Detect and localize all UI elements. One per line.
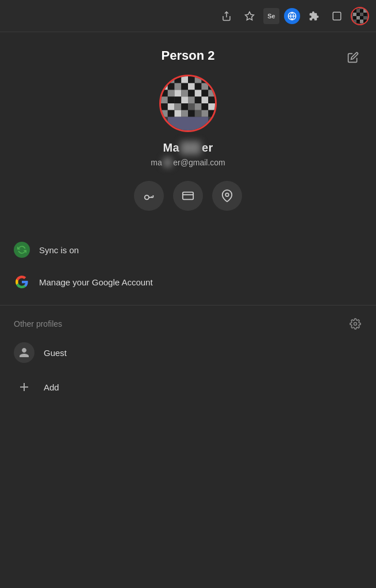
addresses-button[interactable] bbox=[212, 181, 242, 211]
tab-search-icon[interactable] bbox=[328, 7, 346, 25]
svg-rect-58 bbox=[195, 103, 202, 110]
svg-point-70 bbox=[145, 195, 149, 199]
svg-rect-69 bbox=[168, 117, 209, 131]
svg-rect-28 bbox=[208, 76, 215, 83]
svg-rect-8 bbox=[363, 9, 367, 13]
add-profile-icon bbox=[14, 377, 34, 397]
profiles-settings-icon[interactable] bbox=[348, 317, 362, 331]
svg-rect-20 bbox=[363, 20, 367, 23]
add-profile-label: Add bbox=[44, 382, 59, 392]
profile-avatar[interactable] bbox=[159, 75, 217, 132]
svg-rect-31 bbox=[175, 83, 182, 90]
user-email: ma er@gmail.com bbox=[151, 158, 225, 167]
svg-rect-14 bbox=[356, 16, 360, 20]
svg-rect-4 bbox=[333, 12, 341, 20]
svg-rect-21 bbox=[161, 76, 168, 83]
svg-rect-18 bbox=[356, 20, 360, 23]
svg-rect-23 bbox=[175, 76, 182, 83]
svg-rect-60 bbox=[208, 103, 215, 110]
svg-rect-17 bbox=[353, 20, 356, 23]
section-divider bbox=[0, 305, 376, 305]
svg-point-76 bbox=[225, 193, 229, 196]
menu-section: Sync is on Manage your Google Account bbox=[0, 229, 376, 303]
svg-rect-16 bbox=[363, 16, 367, 20]
svg-rect-61 bbox=[161, 110, 168, 117]
svg-rect-38 bbox=[168, 90, 175, 97]
svg-rect-13 bbox=[353, 16, 356, 20]
svg-rect-47 bbox=[175, 96, 182, 103]
guest-profile-label: Guest bbox=[44, 348, 67, 358]
svg-rect-12 bbox=[363, 13, 367, 16]
guest-profile-icon bbox=[14, 342, 34, 363]
svg-rect-9 bbox=[353, 13, 356, 16]
svg-rect-57 bbox=[188, 103, 195, 110]
svg-rect-29 bbox=[161, 83, 168, 90]
guest-profile-item[interactable]: Guest bbox=[0, 335, 376, 370]
svg-rect-68 bbox=[208, 110, 215, 117]
svg-rect-6 bbox=[356, 9, 360, 13]
other-profiles-label: Other profiles bbox=[14, 319, 62, 328]
svg-rect-37 bbox=[161, 90, 168, 97]
add-profile-item[interactable]: Add bbox=[0, 370, 376, 404]
svg-rect-39 bbox=[175, 90, 182, 97]
svg-rect-10 bbox=[356, 13, 360, 16]
svg-rect-52 bbox=[208, 96, 215, 103]
extensions-icon[interactable] bbox=[305, 7, 323, 25]
manage-account-label: Manage your Google Account bbox=[39, 277, 153, 287]
svg-rect-46 bbox=[168, 96, 175, 103]
svg-point-77 bbox=[354, 323, 357, 326]
svg-rect-15 bbox=[360, 16, 363, 20]
google-icon bbox=[14, 274, 30, 290]
svg-rect-53 bbox=[161, 103, 168, 110]
svg-rect-24 bbox=[181, 76, 188, 83]
star-icon[interactable] bbox=[240, 7, 259, 25]
user-display-name: Ma er bbox=[163, 141, 213, 154]
svg-rect-43 bbox=[202, 90, 209, 97]
sync-icon bbox=[14, 242, 30, 258]
svg-rect-44 bbox=[208, 90, 215, 97]
svg-rect-50 bbox=[195, 96, 202, 103]
svg-rect-54 bbox=[168, 103, 175, 110]
svg-rect-74 bbox=[183, 192, 193, 200]
svg-rect-51 bbox=[202, 96, 209, 103]
svg-rect-67 bbox=[202, 110, 209, 117]
svg-rect-49 bbox=[188, 96, 195, 103]
svg-rect-33 bbox=[188, 83, 195, 90]
svg-rect-19 bbox=[360, 20, 363, 23]
svg-rect-22 bbox=[168, 76, 175, 83]
share-icon[interactable] bbox=[217, 7, 236, 25]
other-profiles-header: Other profiles bbox=[0, 308, 376, 335]
svg-marker-1 bbox=[245, 11, 254, 20]
quick-actions-group bbox=[134, 181, 242, 211]
svg-rect-30 bbox=[168, 83, 175, 90]
svg-rect-26 bbox=[195, 76, 202, 83]
svg-rect-32 bbox=[181, 83, 188, 90]
svg-rect-5 bbox=[353, 9, 356, 13]
svg-rect-34 bbox=[195, 83, 202, 90]
svg-rect-42 bbox=[195, 90, 202, 97]
svg-rect-62 bbox=[168, 110, 175, 117]
browser-toolbar: Se bbox=[0, 0, 376, 32]
payments-button[interactable] bbox=[173, 181, 203, 211]
edit-profile-button[interactable] bbox=[344, 48, 362, 67]
svg-rect-41 bbox=[188, 90, 195, 97]
svg-rect-35 bbox=[202, 83, 209, 90]
profile-section: Person 2 bbox=[0, 32, 376, 229]
user-avatar-toolbar[interactable] bbox=[351, 7, 369, 25]
svg-rect-25 bbox=[188, 76, 195, 83]
manage-account-item[interactable]: Manage your Google Account bbox=[0, 266, 376, 298]
selenium-icon[interactable]: Se bbox=[263, 8, 279, 24]
svg-rect-36 bbox=[208, 83, 215, 90]
svg-rect-59 bbox=[202, 103, 209, 110]
svg-rect-40 bbox=[181, 90, 188, 97]
svg-rect-7 bbox=[360, 9, 363, 13]
svg-rect-45 bbox=[161, 96, 168, 103]
sync-item[interactable]: Sync is on bbox=[0, 234, 376, 266]
svg-rect-65 bbox=[188, 110, 195, 117]
sync-label: Sync is on bbox=[39, 245, 79, 255]
profile-header-name: Person 2 bbox=[162, 48, 215, 63]
svg-rect-27 bbox=[202, 76, 209, 83]
globe-icon[interactable] bbox=[284, 8, 300, 24]
passwords-button[interactable] bbox=[134, 181, 164, 211]
svg-rect-55 bbox=[175, 103, 182, 110]
